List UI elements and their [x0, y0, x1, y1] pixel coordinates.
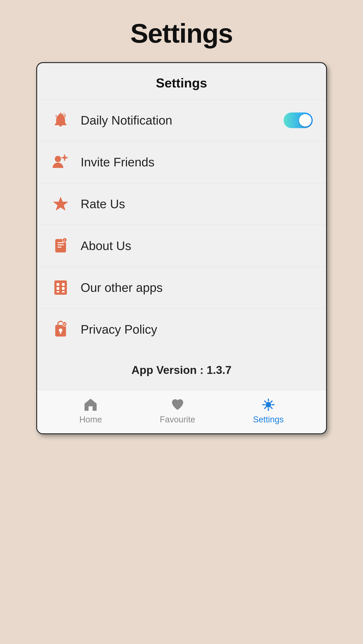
bell-icon: [50, 110, 71, 130]
nav-settings[interactable]: Settings: [253, 397, 284, 424]
nav-settings-label: Settings: [253, 415, 284, 424]
page-title: Settings: [130, 18, 232, 49]
privacy-policy-item[interactable]: Privacy Policy: [37, 308, 326, 350]
svg-rect-6: [58, 244, 64, 245]
privacy-policy-label: Privacy Policy: [81, 322, 313, 336]
apps-icon: [50, 278, 71, 298]
svg-point-1: [55, 156, 61, 162]
svg-rect-5: [58, 242, 64, 243]
rate-us-label: Rate Us: [81, 197, 313, 211]
svg-rect-16: [62, 291, 65, 292]
other-apps-item[interactable]: Our other apps: [37, 267, 326, 308]
other-apps-label: Our other apps: [81, 280, 313, 295]
daily-notification-item[interactable]: Daily Notification: [37, 100, 326, 141]
svg-rect-15: [56, 291, 59, 292]
about-us-item[interactable]: i About Us: [37, 225, 326, 267]
privacy-icon: [50, 319, 71, 340]
settings-list: Daily Notification Invite Friends: [37, 100, 326, 350]
svg-rect-11: [56, 283, 59, 286]
invite-friends-label: Invite Friends: [81, 155, 313, 169]
info-icon: i: [50, 236, 71, 256]
nav-home-label: Home: [80, 415, 102, 424]
daily-notification-toggle[interactable]: [284, 112, 313, 128]
svg-rect-13: [56, 287, 59, 290]
svg-rect-14: [62, 287, 65, 290]
star-icon: [50, 194, 71, 214]
about-us-label: About Us: [81, 238, 313, 253]
svg-marker-3: [53, 197, 68, 211]
rate-us-item[interactable]: Rate Us: [37, 183, 326, 225]
svg-rect-12: [62, 283, 65, 286]
svg-rect-10: [54, 280, 67, 295]
svg-rect-19: [60, 332, 61, 334]
nav-favourite[interactable]: Favourite: [160, 397, 195, 424]
card-header: Settings: [37, 63, 326, 100]
svg-point-20: [62, 322, 67, 326]
svg-rect-7: [58, 247, 62, 248]
bottom-navigation: Home Favourite Settings: [37, 390, 326, 433]
invite-friends-item[interactable]: Invite Friends: [37, 141, 326, 183]
daily-notification-label: Daily Notification: [81, 113, 284, 128]
svg-point-18: [59, 328, 62, 332]
svg-point-23: [267, 404, 270, 406]
nav-favourite-label: Favourite: [160, 415, 195, 424]
nav-home[interactable]: Home: [80, 397, 102, 424]
svg-text:i: i: [64, 238, 65, 242]
app-version: App Version : 1.3.7: [37, 350, 326, 390]
settings-card: Settings Daily Notification: [36, 62, 327, 434]
invite-icon: [50, 152, 71, 172]
